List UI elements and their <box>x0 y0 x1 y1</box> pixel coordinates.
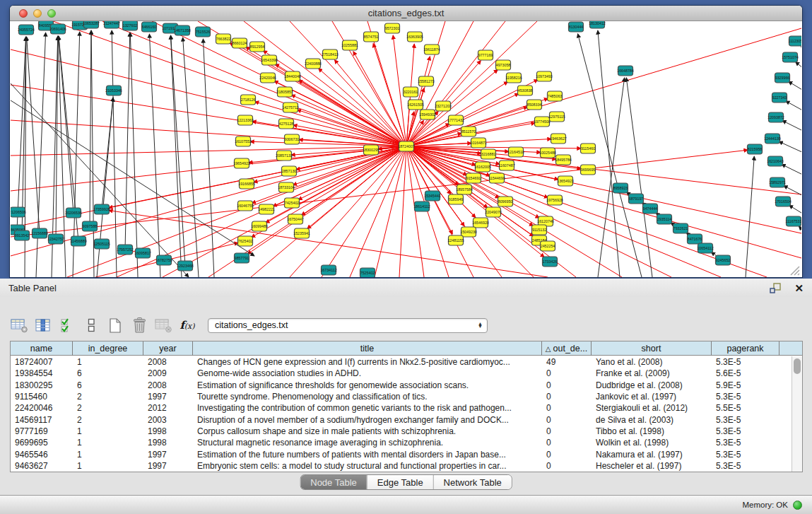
graph-node[interactable]: 12505115 <box>93 239 110 249</box>
clear-selection-button[interactable] <box>82 316 100 334</box>
graph-node[interactable]: 7525402 <box>360 268 375 277</box>
graph-node[interactable]: 16546920 <box>472 218 489 228</box>
graph-node[interactable]: 27518413 <box>322 49 339 59</box>
graph-node[interactable]: 18440048 <box>284 71 301 81</box>
function-builder-button[interactable]: f(x) <box>178 316 196 334</box>
graph-node[interactable]: 16046755 <box>237 201 254 211</box>
tab-node-table[interactable]: Node Table <box>300 475 367 489</box>
graph-node[interactable]: 15892971 <box>769 177 786 187</box>
graph-node[interactable]: 18724007 <box>398 141 415 151</box>
graph-node[interactable]: 22400888 <box>305 59 322 69</box>
graph-node[interactable]: 9115460 <box>581 144 596 153</box>
table-row[interactable]: 911546021997Tourette syndrome. Phenomeno… <box>11 391 791 402</box>
graph-node[interactable]: 8511570 <box>461 127 476 136</box>
table-row[interactable]: 969969511998Structural magnetic resonanc… <box>11 437 791 448</box>
graph-node[interactable]: 4530838 <box>518 86 533 95</box>
graph-node[interactable]: 9777169 <box>478 50 493 60</box>
graph-node[interactable]: 18957584 <box>456 185 473 194</box>
show-columns-button[interactable] <box>34 316 52 334</box>
graph-node[interactable]: 18495784 <box>555 155 572 165</box>
resize-grip[interactable] <box>789 264 800 276</box>
graph-node[interactable]: 8574751 <box>364 32 379 42</box>
graph-node[interactable]: 6879197 <box>629 194 644 204</box>
column-header-name[interactable]: name <box>11 341 73 356</box>
graph-node[interactable]: 10653287 <box>83 21 100 28</box>
graph-node[interactable]: 12093872 <box>767 112 784 122</box>
graph-node[interactable]: 16750447 <box>287 214 304 224</box>
graph-node[interactable]: 17771432 <box>447 115 464 125</box>
graph-node[interactable]: 11958216 <box>505 73 522 83</box>
graph-node[interactable]: 10654112 <box>697 243 713 253</box>
graph-node[interactable]: 11123055 <box>789 36 801 46</box>
graph-node[interactable]: 20691406 <box>49 24 66 34</box>
graph-node[interactable]: 20857133 <box>276 151 293 160</box>
table-row[interactable]: 977716911998Corpus callosum shape and si… <box>11 426 791 437</box>
graph-node[interactable]: 19756928 <box>546 195 563 205</box>
graph-node[interactable]: 7663822 <box>216 34 231 44</box>
graph-node[interactable]: 16261505 <box>407 100 424 110</box>
graph-node[interactable]: 14671358 <box>174 25 191 35</box>
graph-node[interactable]: 9097588 <box>83 221 98 231</box>
graph-node[interactable]: 8130444 <box>569 22 584 32</box>
graph-node[interactable]: 19463627 <box>550 134 567 144</box>
graph-node[interactable]: 11456889 <box>70 236 86 246</box>
graph-node[interactable]: 22049070 <box>485 207 502 217</box>
graph-node[interactable]: 15581273 <box>418 76 435 86</box>
graph-node[interactable]: 9185949 <box>449 194 464 204</box>
graph-node[interactable]: 7932621 <box>673 223 688 233</box>
network-window-titlebar[interactable]: citations_edges.txt <box>10 6 802 21</box>
graph-node[interactable]: 16648784 <box>617 66 634 76</box>
graph-node[interactable]: 11544690 <box>488 173 505 183</box>
column-header-pagerank[interactable]: pagerank <box>712 341 779 356</box>
graph-node[interactable]: 16734112 <box>320 265 336 275</box>
column-header-short[interactable]: short <box>592 341 712 356</box>
graph-node[interactable]: 13654923 <box>557 176 574 186</box>
graph-node[interactable]: 15345441 <box>424 191 441 201</box>
table-row[interactable]: 1830029562008Estimation of significance … <box>11 380 791 391</box>
graph-node[interactable]: 7515526 <box>196 27 211 37</box>
graph-node[interactable]: 2857130 <box>282 166 297 176</box>
graph-node[interactable]: 12923468 <box>177 261 194 271</box>
graph-node[interactable]: 22420046 <box>259 73 276 83</box>
graph-node[interactable]: 15751074 <box>782 52 799 62</box>
graph-node[interactable]: 21247447 <box>103 21 120 28</box>
graph-node[interactable]: 7485063 <box>548 91 563 101</box>
close-panel-icon[interactable]: ✕ <box>794 283 804 293</box>
graph-node[interactable]: 20206536 <box>65 208 82 218</box>
graph-node[interactable]: 9913542 <box>15 230 30 240</box>
graph-node[interactable]: 12975115 <box>548 112 565 122</box>
graph-node[interactable]: 8508334 <box>527 100 542 110</box>
graph-node[interactable]: 16162005 <box>474 162 491 172</box>
graph-node[interactable]: 8215958 <box>748 144 763 154</box>
graph-node[interactable]: 10973493 <box>536 71 553 81</box>
graph-node[interactable]: 12156889 <box>31 228 48 238</box>
graph-node[interactable]: 19774500 <box>534 117 551 127</box>
graph-node[interactable]: 9857791 <box>235 253 249 263</box>
graph-node[interactable]: 1327602 <box>123 21 138 30</box>
column-header-out-de[interactable]: △out_de... <box>542 341 592 356</box>
graph-node[interactable]: 8958923 <box>613 183 628 193</box>
graph-node[interactable]: 2718126 <box>241 95 256 105</box>
graph-node[interactable]: 2452254 <box>541 241 555 251</box>
graph-node[interactable]: 8660124 <box>233 38 247 48</box>
import-table-button-disabled[interactable] <box>154 316 172 334</box>
graph-node[interactable]: 9329966 <box>775 73 790 83</box>
graph-node[interactable]: 19611874 <box>423 45 440 54</box>
new-file-button[interactable] <box>106 316 124 334</box>
graph-node[interactable]: 14982221 <box>258 204 275 214</box>
graph-node[interactable]: 12342757 <box>47 234 64 244</box>
graph-node[interactable]: 12213363 <box>237 115 254 125</box>
tab-edge-table[interactable]: Edge Table <box>367 475 433 489</box>
graph-node[interactable]: 3220161 <box>404 87 418 97</box>
graph-node[interactable]: 16543398 <box>261 55 278 65</box>
graph-node[interactable]: 17359928 <box>93 204 110 214</box>
graph-node[interactable]: 18300295 <box>363 145 379 155</box>
graph-node[interactable]: 10164871 <box>470 138 487 148</box>
graph-node[interactable]: 17016504 <box>775 197 792 206</box>
tab-network-table[interactable]: Network Table <box>433 475 512 489</box>
network-window[interactable]: citations_edges.txt 18724007183002952435… <box>10 6 802 277</box>
column-header-title[interactable]: title <box>193 341 542 356</box>
graph-node[interactable]: 18130412 <box>589 21 606 28</box>
float-panel-icon[interactable] <box>770 283 782 293</box>
graph-node[interactable]: 12481155 <box>447 235 464 245</box>
